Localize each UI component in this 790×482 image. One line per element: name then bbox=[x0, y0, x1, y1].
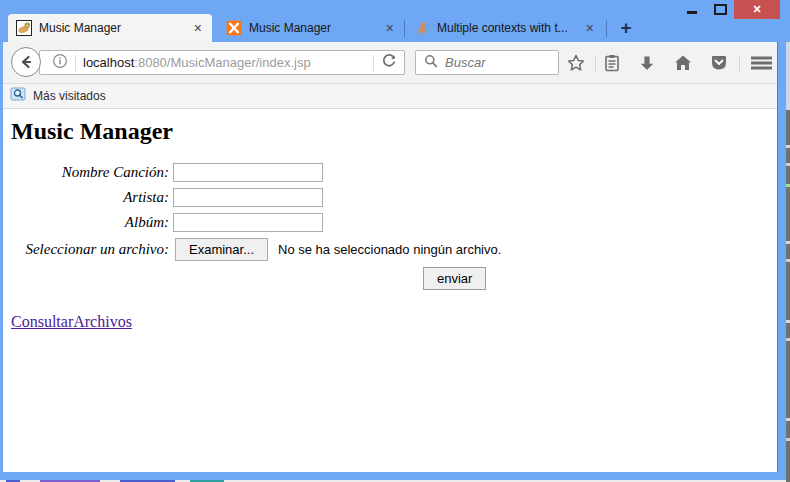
tab-music-manager-2[interactable]: Music Manager × bbox=[218, 14, 404, 42]
urlbar-divider bbox=[373, 55, 374, 71]
back-button[interactable] bbox=[11, 47, 41, 77]
page-title: Music Manager bbox=[11, 109, 777, 145]
file-row: Seleccionar un archivo: Examinar... No s… bbox=[11, 238, 777, 261]
toolbar-divider bbox=[739, 55, 740, 72]
consult-files-link[interactable]: ConsultarArchivos bbox=[11, 313, 132, 330]
song-name-label: Nombre Canción: bbox=[11, 164, 173, 181]
tab-music-manager-active[interactable]: Music Manager × bbox=[8, 14, 212, 42]
window-controls: ✕ bbox=[678, 0, 780, 19]
window-body: localhost:8080/MusicManager/index.jsp bbox=[0, 42, 786, 480]
bookmark-star-icon[interactable] bbox=[566, 53, 586, 73]
album-label: Albúm: bbox=[11, 214, 173, 231]
form-row: Artista: bbox=[11, 188, 777, 207]
back-arrow-icon bbox=[18, 54, 34, 70]
most-visited-folder-icon bbox=[10, 86, 26, 106]
song-name-input[interactable] bbox=[173, 163, 323, 182]
download-icon[interactable] bbox=[637, 53, 657, 73]
minimize-button[interactable] bbox=[678, 0, 706, 19]
url-host: localhost bbox=[83, 55, 134, 70]
pocket-icon[interactable] bbox=[709, 53, 729, 73]
tab-separator bbox=[606, 20, 607, 37]
tab-close-icon[interactable]: × bbox=[384, 21, 396, 35]
menu-hamburger-icon[interactable] bbox=[749, 53, 775, 73]
navigation-toolbar: localhost:8080/MusicManager/index.jsp bbox=[3, 42, 777, 84]
home-icon[interactable] bbox=[673, 53, 693, 73]
album-input[interactable] bbox=[173, 213, 323, 232]
tab-title: Music Manager bbox=[39, 21, 121, 35]
bookmarks-bar: Más visitados bbox=[3, 84, 777, 109]
xampp-icon bbox=[226, 20, 242, 36]
stackoverflow-icon bbox=[414, 20, 430, 36]
new-tab-button[interactable]: + bbox=[614, 17, 638, 39]
reload-icon[interactable] bbox=[381, 53, 397, 73]
tab-multiple-contexts[interactable]: Multiple contexts with t... × bbox=[406, 14, 604, 42]
url-path: :8080/MusicManager/index.jsp bbox=[134, 55, 310, 70]
search-box[interactable] bbox=[415, 50, 559, 75]
browser-window: Music Manager × Music Manager × Multiple… bbox=[0, 0, 790, 482]
upload-form: Nombre Canción: Artista: Albúm: Seleccio… bbox=[11, 163, 777, 290]
bookmark-most-visited[interactable]: Más visitados bbox=[33, 89, 106, 103]
tab-title: Multiple contexts with t... bbox=[437, 21, 568, 35]
background-app-edge bbox=[786, 0, 790, 482]
tab-close-icon[interactable]: × bbox=[192, 21, 204, 35]
form-row: Albúm: bbox=[11, 213, 777, 232]
titlebar: Music Manager × Music Manager × Multiple… bbox=[0, 0, 790, 42]
urlbar-divider bbox=[75, 55, 76, 71]
url-text: localhost:8080/MusicManager/index.jsp bbox=[83, 55, 311, 70]
page-content: Music Manager Nombre Canción: Artista: A… bbox=[3, 109, 777, 471]
submit-row: enviar bbox=[11, 267, 777, 290]
search-icon bbox=[424, 54, 438, 72]
tab-title: Music Manager bbox=[249, 21, 331, 35]
file-select-label: Seleccionar un archivo: bbox=[11, 241, 173, 258]
close-button[interactable]: ✕ bbox=[734, 0, 780, 19]
tab-close-icon[interactable]: × bbox=[584, 21, 596, 35]
url-bar[interactable]: localhost:8080/MusicManager/index.jsp bbox=[39, 50, 405, 75]
artist-label: Artista: bbox=[11, 189, 173, 206]
file-status-text: No se ha seleccionado ningún archivo. bbox=[278, 242, 501, 257]
bookmarks-menu-icon[interactable] bbox=[602, 53, 622, 73]
submit-button[interactable]: enviar bbox=[423, 267, 486, 290]
form-row: Nombre Canción: bbox=[11, 163, 777, 182]
toolbar-divider bbox=[595, 55, 596, 72]
site-info-icon[interactable] bbox=[52, 53, 68, 73]
tab-separator bbox=[404, 20, 405, 37]
tomcat-icon bbox=[16, 20, 32, 36]
browse-file-button[interactable]: Examinar... bbox=[175, 238, 268, 261]
maximize-button[interactable] bbox=[706, 0, 734, 19]
search-input[interactable] bbox=[443, 54, 547, 71]
artist-input[interactable] bbox=[173, 188, 323, 207]
